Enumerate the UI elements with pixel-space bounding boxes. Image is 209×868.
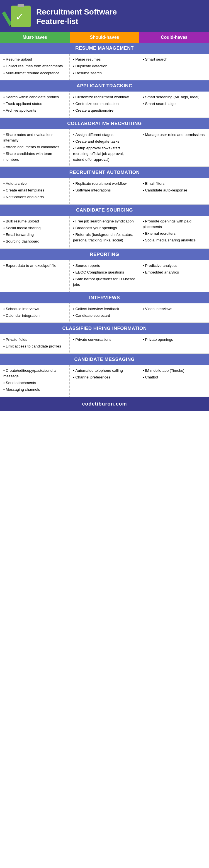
section-header-3: RECRUITMENT AUTOMATION <box>0 167 209 178</box>
section-content-5: Export data to an excel/pdf fileSource r… <box>0 260 209 292</box>
list-item: Bulk resume upload <box>3 219 66 224</box>
section-header-4: CANDIDATE SOURCING <box>0 205 209 216</box>
section-1-col-1: Customize recruitment workflowCentralize… <box>70 92 139 118</box>
list-item: Search within candidate profiles <box>3 94 66 100</box>
list-item: Predictive analytics <box>143 263 206 269</box>
section-2-col-0: Share notes and evaluations internallyAt… <box>0 129 70 166</box>
section-header-1: APPLICANT TRACKING <box>0 81 209 92</box>
section-4-col-1: Free job search engine syndicationBroadc… <box>70 216 139 248</box>
list-item: Smart search <box>143 57 206 62</box>
column-headers: Must-haves Should-haves Could-haves <box>0 32 209 43</box>
section-header-0: RESUME MANAGEMENT <box>0 43 209 54</box>
list-item: Assign different stages <box>73 132 136 137</box>
list-item: Create email templates <box>3 188 66 193</box>
header-text: Recruitment Software Feature-list <box>36 7 117 26</box>
section-content-1: Search within candidate profilesTrack ap… <box>0 92 209 118</box>
section-content-2: Share notes and evaluations internallyAt… <box>0 129 209 167</box>
list-item: Schedule interviews <box>3 306 66 312</box>
section-2-col-1: Assign different stagesCreate and delega… <box>70 129 139 166</box>
list-item: Email filters <box>143 181 206 186</box>
section-5-col-2: Predictive analyticsEmbedded analytics <box>139 260 209 292</box>
list-item: Export data to an excel/pdf file <box>3 263 66 269</box>
page-header: ✓ Recruitment Software Feature-list <box>0 0 209 32</box>
page-title: Recruitment Software Feature-list <box>36 7 117 26</box>
section-content-3: Auto archiveCreate email templatesNotifi… <box>0 178 209 205</box>
list-item: Smart screening (ML algo, Ideal) <box>143 94 206 100</box>
list-item: Track applicant status <box>3 101 66 106</box>
list-item: Archive applicants <box>3 108 66 113</box>
section-7-col-2: Private openings <box>139 334 209 353</box>
list-item: IM mobile app (Timeko) <box>143 368 206 373</box>
list-item: Notifications and alerts <box>3 194 66 200</box>
list-item: Create/edit/copy/paste/send a message <box>3 368 66 379</box>
section-7-col-1: Private conversations <box>70 334 139 353</box>
section-content-8: Create/edit/copy/paste/send a messageSen… <box>0 365 209 397</box>
col-header-must: Must-haves <box>0 32 70 43</box>
section-header-5: REPORTING <box>0 249 209 260</box>
list-item: Candidate scorecard <box>73 313 136 318</box>
list-item: Email forwarding <box>3 232 66 238</box>
list-item: Replicate recruitment workflow <box>73 181 136 186</box>
list-item: Multi-format resume acceptance <box>3 70 66 76</box>
section-0-col-1: Parse resumesDuplicate detectionResume s… <box>70 54 139 80</box>
section-7-col-0: Private fieldsLimit access to candidate … <box>0 334 70 353</box>
list-item: Calendar integration <box>3 313 66 318</box>
section-1-col-0: Search within candidate profilesTrack ap… <box>0 92 70 118</box>
list-item: Send attachments <box>3 380 66 386</box>
list-item: Auto archive <box>3 181 66 186</box>
list-item: Safe harbor questions for EU-based jobs <box>73 276 136 288</box>
header-illustration: ✓ <box>6 6 31 28</box>
list-item: Video interviews <box>143 306 206 312</box>
section-content-6: Schedule interviewsCalendar integrationC… <box>0 303 209 323</box>
section-8-col-2: IM mobile app (Timeko)Chatbot <box>139 365 209 397</box>
section-8-col-1: Automated telephone callingChannel prefe… <box>70 365 139 397</box>
section-content-0: Resume uploadCollect resumes from attach… <box>0 54 209 81</box>
list-item: Smart search algo <box>143 101 206 106</box>
list-item: Chatbot <box>143 375 206 380</box>
list-item: Manage user roles and permissions <box>143 132 206 137</box>
list-item: External recruiters <box>143 231 206 237</box>
sections-container: RESUME MANAGEMENTResume uploadCollect re… <box>0 43 209 397</box>
section-6-col-2: Video interviews <box>139 303 209 323</box>
footer-text: codetiburon.com <box>82 401 127 407</box>
col-header-should: Should-haves <box>70 32 139 43</box>
section-3-col-0: Auto archiveCreate email templatesNotifi… <box>0 178 70 204</box>
list-item: Channel preferences <box>73 375 136 380</box>
section-6-col-0: Schedule interviewsCalendar integration <box>0 303 70 323</box>
section-2-col-2: Manage user roles and permissions <box>139 129 209 166</box>
list-item: Create and delegate tasks <box>73 139 136 144</box>
list-item: Attach documents to candidates <box>3 144 66 150</box>
section-header-2: COLLABORATIVE RECRUITING <box>0 118 209 129</box>
section-content-4: Bulk resume uploadSocial media sharingEm… <box>0 216 209 249</box>
list-item: Promote openings with paid placements <box>143 219 206 230</box>
col-header-could: Could-haves <box>139 32 209 43</box>
list-item: Candidate auto-response <box>143 188 206 193</box>
list-item: Software integrations <box>73 188 136 193</box>
page-footer: codetiburon.com <box>0 397 209 411</box>
list-item: Private conversations <box>73 337 136 342</box>
section-6-col-1: Collect interview feedbackCandidate scor… <box>70 303 139 323</box>
list-item: Resume search <box>73 70 136 76</box>
list-item: Automated telephone calling <box>73 368 136 373</box>
list-item: Duplicate detection <box>73 63 136 69</box>
list-item: Social media sharing analytics <box>143 238 206 243</box>
list-item: EEOC Compliance questions <box>73 270 136 275</box>
list-item: Sourcing dashboard <box>3 239 66 244</box>
section-0-col-0: Resume uploadCollect resumes from attach… <box>0 54 70 80</box>
section-1-col-2: Smart screening (ML algo, Ideal)Smart se… <box>139 92 209 118</box>
section-0-col-2: Smart search <box>139 54 209 80</box>
list-item: Private fields <box>3 337 66 342</box>
list-item: Customize recruitment workflow <box>73 94 136 100</box>
section-8-col-0: Create/edit/copy/paste/send a messageSen… <box>0 365 70 397</box>
list-item: Referrals (background info, status, pers… <box>73 232 136 243</box>
section-4-col-0: Bulk resume uploadSocial media sharingEm… <box>0 216 70 248</box>
list-item: Social media sharing <box>3 225 66 231</box>
list-item: Centralize communication <box>73 101 136 106</box>
list-item: Embedded analytics <box>143 270 206 275</box>
list-item: Source reports <box>73 263 136 269</box>
section-content-7: Private fieldsLimit access to candidate … <box>0 334 209 354</box>
list-item: Limit access to candidate profiles <box>3 344 66 349</box>
section-header-6: INTERVIEWS <box>0 292 209 303</box>
section-header-7: CLASSIFIED HIRING INFORMATION <box>0 323 209 334</box>
list-item: Collect interview feedback <box>73 306 136 312</box>
